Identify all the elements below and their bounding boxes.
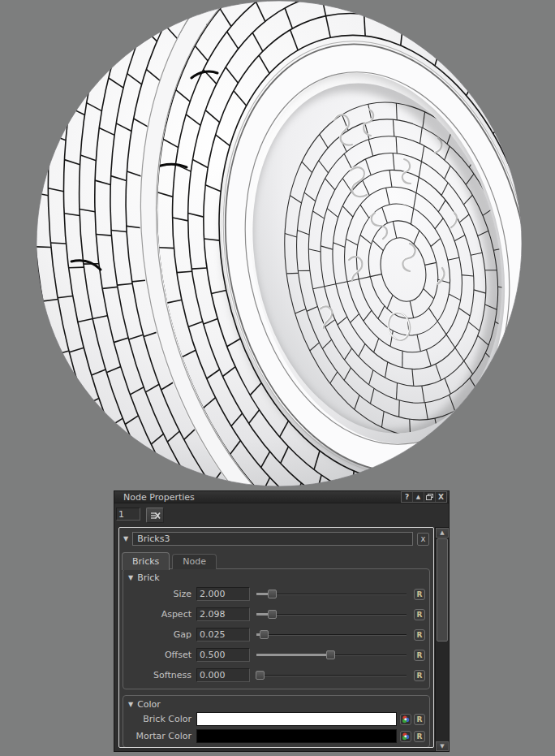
gap-slider[interactable] — [256, 629, 407, 640]
size-slider[interactable] — [256, 589, 407, 599]
window-controls: ? ▲ X — [401, 491, 447, 503]
shade-icon[interactable]: ▲ — [412, 492, 424, 502]
section-color: ▼ Color Brick Color R Mortar Color — [123, 695, 430, 748]
size-input[interactable] — [196, 587, 250, 601]
softness-input[interactable] — [196, 668, 250, 682]
viewport-render[interactable] — [0, 0, 555, 491]
mortar-color-reset-button[interactable]: R — [414, 731, 425, 742]
section-brick: ▼ Brick Size R Aspect R Gap — [123, 568, 430, 689]
mortar-color-swatch[interactable] — [196, 729, 397, 743]
collapse-section-icon: ▼ — [128, 575, 133, 581]
aspect-label: Aspect — [123, 609, 191, 620]
section-brick-header[interactable]: ▼ Brick — [123, 569, 429, 584]
help-icon[interactable]: ? — [402, 492, 412, 502]
mortar-color-label: Mortar Color — [123, 731, 191, 741]
brick-color-picker-button[interactable] — [400, 714, 411, 725]
collapse-section-icon: ▼ — [128, 702, 133, 708]
property-row-aspect: Aspect R — [123, 604, 429, 624]
node-properties-window: Node Properties ? ▲ X ▼ Bricks3 x Bricks… — [114, 490, 450, 752]
property-row-offset: Offset R — [123, 645, 429, 665]
remove-node-button[interactable] — [146, 508, 164, 523]
size-label: Size — [123, 589, 191, 599]
gap-reset-button[interactable]: R — [414, 629, 425, 641]
collapse-node-icon[interactable]: ▼ — [123, 536, 128, 542]
property-row-mortar-color: Mortar Color R — [123, 728, 429, 745]
node-tabs: Bricks Node — [119, 552, 433, 569]
aspect-slider[interactable] — [256, 609, 407, 620]
section-brick-title: Brick — [137, 572, 160, 583]
node-header: ▼ Bricks3 x — [119, 528, 433, 547]
node-index-input[interactable] — [116, 508, 140, 521]
softness-slider-handle[interactable] — [256, 671, 265, 680]
brick-color-label: Brick Color — [123, 714, 191, 724]
window-title: Node Properties — [123, 492, 195, 503]
node-editor-container: ▼ Bricks3 x Bricks Node ▼ Brick Size R — [118, 527, 434, 748]
rgb-picker-icon — [402, 715, 410, 724]
scrollbar-thumb[interactable] — [437, 538, 448, 642]
tab-node[interactable]: Node — [172, 554, 217, 569]
gap-label: Gap — [123, 629, 191, 640]
float-icon[interactable] — [424, 492, 435, 502]
aspect-input[interactable] — [196, 607, 250, 621]
offset-slider[interactable] — [256, 650, 407, 660]
softness-slider[interactable] — [256, 670, 407, 680]
property-row-gap: Gap R — [123, 624, 429, 645]
offset-label: Offset — [123, 650, 191, 660]
window-titlebar[interactable]: Node Properties ? ▲ X — [114, 491, 449, 503]
node-close-button[interactable]: x — [417, 533, 429, 546]
property-row-brick-color: Brick Color R — [123, 711, 429, 728]
gap-slider-handle[interactable] — [260, 630, 269, 639]
tab-bricks[interactable]: Bricks — [122, 552, 170, 570]
scroll-down-icon[interactable]: ▼ — [436, 741, 449, 751]
aspect-slider-handle[interactable] — [268, 610, 277, 619]
softness-label: Softness — [123, 670, 191, 680]
rgb-picker-icon — [402, 732, 410, 741]
section-color-title: Color — [137, 699, 161, 710]
vertical-scrollbar[interactable]: ▲ ▼ — [435, 527, 450, 752]
section-color-header[interactable]: ▼ Color — [123, 696, 429, 711]
offset-reset-button[interactable]: R — [414, 650, 425, 661]
property-row-softness: Softness R — [123, 665, 429, 685]
brick-color-reset-button[interactable]: R — [414, 714, 425, 725]
size-slider-handle[interactable] — [268, 590, 277, 598]
property-row-size: Size R — [123, 584, 429, 604]
softness-reset-button[interactable]: R — [414, 670, 425, 681]
close-icon[interactable]: X — [435, 492, 446, 502]
gap-input[interactable] — [196, 628, 250, 642]
brick-color-swatch[interactable] — [196, 712, 397, 726]
size-reset-button[interactable]: R — [414, 589, 425, 600]
scroll-up-icon[interactable]: ▲ — [436, 528, 449, 538]
mortar-color-picker-button[interactable] — [400, 731, 411, 742]
remove-node-icon — [150, 512, 161, 520]
offset-input[interactable] — [196, 648, 250, 662]
node-name-field[interactable]: Bricks3 — [132, 532, 413, 546]
aspect-reset-button[interactable]: R — [414, 609, 425, 620]
offset-slider-handle[interactable] — [326, 650, 335, 659]
